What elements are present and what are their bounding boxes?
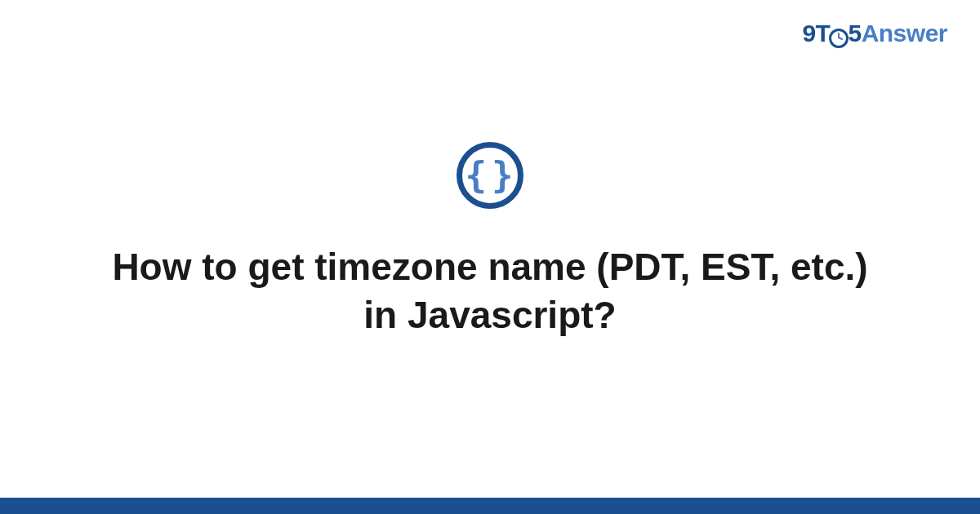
- code-braces-icon: {}: [462, 157, 519, 193]
- category-badge: {}: [457, 142, 523, 209]
- question-title: How to get timezone name (PDT, EST, etc.…: [98, 243, 882, 339]
- footer-accent-bar: [0, 498, 980, 514]
- main-content: {} How to get timezone name (PDT, EST, e…: [0, 0, 980, 514]
